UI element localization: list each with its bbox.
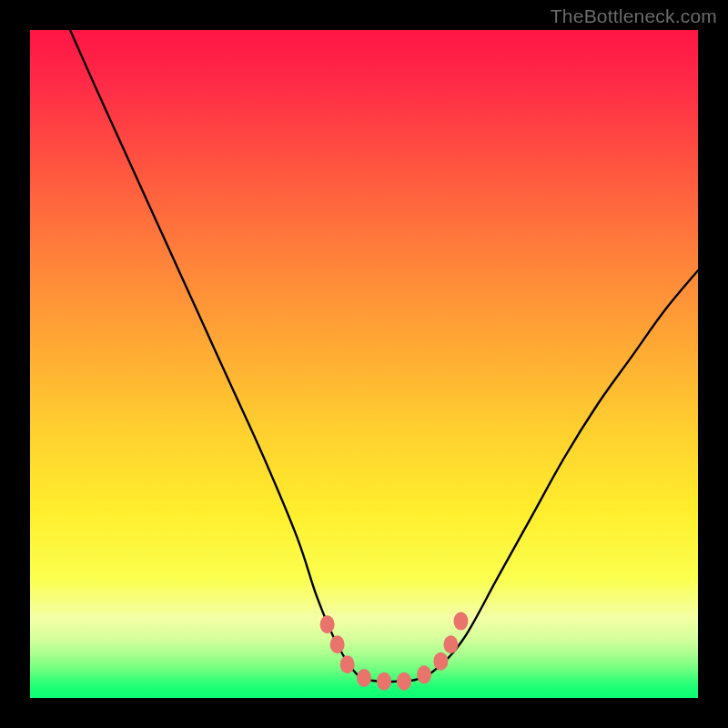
curve-marker — [397, 672, 411, 691]
chart-stage: TheBottleneck.com — [0, 0, 728, 728]
bottleneck-curve-svg — [30, 30, 698, 698]
watermark-label: TheBottleneck.com — [551, 5, 717, 27]
curve-marker — [417, 665, 431, 683]
curve-marker — [340, 655, 355, 673]
bottleneck-curve-path — [70, 30, 698, 682]
curve-marker — [357, 669, 371, 687]
curve-markers — [320, 612, 469, 691]
curve-marker — [320, 615, 335, 633]
curve-marker — [377, 672, 391, 691]
curve-marker — [330, 635, 345, 653]
curve-marker — [453, 612, 468, 631]
curve-marker — [433, 652, 448, 671]
chart-plot-area — [30, 30, 698, 698]
curve-marker — [443, 635, 458, 653]
